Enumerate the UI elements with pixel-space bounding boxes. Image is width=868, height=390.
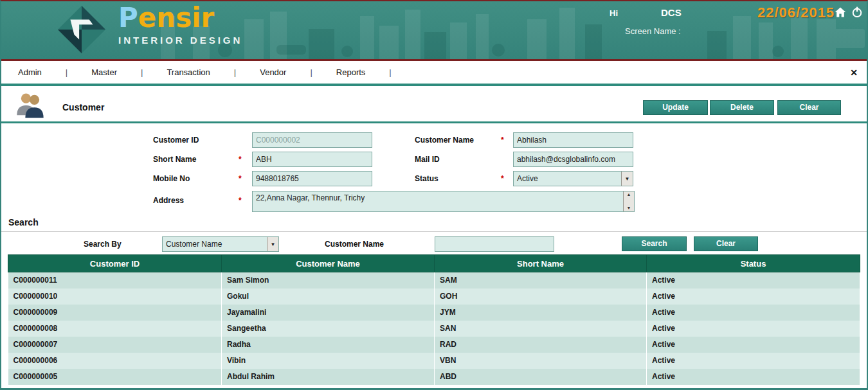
table-cell: Vibin bbox=[222, 353, 435, 369]
customer-id-input[interactable] bbox=[252, 132, 372, 148]
table-cell: RAD bbox=[435, 337, 647, 353]
table-cell: Active bbox=[647, 321, 860, 337]
nav-items: Admin|Master|Transaction|Vendor|Reports| bbox=[18, 67, 415, 77]
table-row[interactable]: C000000010GokulGOHActive bbox=[8, 288, 860, 305]
table-row[interactable]: C000000007RadhaRADActive bbox=[8, 337, 860, 353]
table-cell: VBN bbox=[435, 353, 647, 369]
table-cell: Jayamalini bbox=[222, 305, 435, 321]
required-asterisk: * bbox=[501, 136, 504, 145]
table-cell: C000000009 bbox=[8, 305, 222, 321]
nav-item-admin[interactable]: Admin bbox=[18, 67, 42, 77]
table-cell: C000000007 bbox=[8, 337, 222, 353]
table-cell: Active bbox=[647, 305, 860, 321]
customer-name-input[interactable] bbox=[513, 132, 633, 148]
short-name-input[interactable] bbox=[252, 152, 372, 167]
customer-name-label: Customer Name bbox=[415, 136, 474, 145]
status-label: Status bbox=[415, 174, 439, 183]
nav-separator: | bbox=[234, 67, 236, 77]
search-by-label: Search By bbox=[84, 240, 122, 249]
nav-item-transaction[interactable]: Transaction bbox=[167, 67, 210, 77]
nav-item-master[interactable]: Master bbox=[91, 67, 117, 77]
mobile-no-label: Mobile No bbox=[153, 174, 190, 183]
mobile-no-input[interactable] bbox=[252, 171, 372, 186]
chevron-down-icon[interactable]: ▼ bbox=[621, 172, 633, 186]
table-row[interactable]: C000000009JayamaliniJYMActive bbox=[8, 305, 860, 321]
table-row[interactable]: C000000006VibinVBNActive bbox=[8, 353, 860, 369]
required-asterisk: * bbox=[501, 174, 504, 183]
required-asterisk: * bbox=[239, 196, 242, 205]
table-cell: Active bbox=[647, 369, 860, 385]
chevron-down-icon[interactable]: ▼ bbox=[267, 237, 278, 251]
app-header: Pensir INTERIOR DESIGN Hi DCS Screen Nam… bbox=[0, 0, 868, 59]
page-title: Customer bbox=[62, 102, 104, 112]
table-cell: C000000006 bbox=[8, 353, 222, 369]
table-row[interactable]: C000000005Abdul RahimABDActive bbox=[8, 369, 860, 385]
results-table: Customer IDCustomer NameShort NameStatus… bbox=[8, 254, 860, 385]
short-name-label: Short Name bbox=[153, 155, 196, 164]
table-cell: SAM bbox=[435, 272, 647, 288]
address-value: 22,Anna Nagar, Thennur, Trichy bbox=[256, 193, 365, 202]
search-field-label: Customer Name bbox=[325, 240, 384, 249]
required-asterisk: * bbox=[239, 174, 242, 183]
table-row[interactable]: C000000011Sam SimonSAMActive bbox=[8, 272, 860, 288]
nav-separator: | bbox=[389, 67, 391, 77]
table-cell: Sam Simon bbox=[222, 272, 435, 288]
power-icon[interactable] bbox=[851, 6, 863, 21]
column-header-customer-name[interactable]: Customer Name bbox=[222, 255, 435, 272]
table-cell: Active bbox=[647, 337, 860, 353]
search-divider bbox=[0, 231, 868, 232]
nav-separator: | bbox=[310, 67, 312, 77]
table-cell: Active bbox=[647, 353, 860, 369]
table-cell: C000000011 bbox=[8, 272, 222, 288]
table-row[interactable]: C000000008SangeethaSANActive bbox=[8, 321, 860, 337]
mail-id-input[interactable] bbox=[513, 152, 633, 167]
nav-separator: | bbox=[141, 67, 143, 77]
update-button[interactable]: Update bbox=[643, 100, 708, 115]
status-dropdown-value: Active bbox=[514, 174, 621, 183]
logo-tagline: INTERIOR DESIGN bbox=[118, 35, 242, 46]
table-cell: ABD bbox=[435, 369, 647, 385]
table-cell: Abdul Rahim bbox=[222, 369, 435, 385]
customer-icon bbox=[14, 91, 46, 122]
scroll-up-icon[interactable]: ▲ bbox=[624, 191, 634, 198]
delete-button[interactable]: Delete bbox=[710, 100, 774, 115]
column-header-status[interactable]: Status bbox=[647, 255, 860, 272]
customer-id-label: Customer ID bbox=[153, 136, 199, 145]
nav-separator: | bbox=[66, 67, 68, 77]
table-cell: Sangeetha bbox=[222, 321, 435, 337]
search-section-title: Search bbox=[8, 217, 39, 227]
logo-letter-p: P bbox=[118, 2, 138, 33]
column-header-customer-id[interactable]: Customer ID bbox=[8, 255, 222, 272]
table-cell: Active bbox=[647, 288, 860, 305]
table-cell: C000000008 bbox=[8, 321, 222, 337]
close-icon[interactable]: ✕ bbox=[850, 67, 858, 78]
address-textarea[interactable]: 22,Anna Nagar, Thennur, Trichy ▲ ▼ bbox=[252, 191, 635, 212]
nav-item-reports[interactable]: Reports bbox=[336, 67, 366, 77]
results-body: C000000011Sam SimonSAMActiveC000000010Go… bbox=[8, 272, 860, 385]
search-clear-button[interactable]: Clear bbox=[694, 236, 758, 251]
nav-item-vendor[interactable]: Vendor bbox=[260, 67, 286, 77]
required-asterisk: * bbox=[239, 155, 242, 164]
search-button[interactable]: Search bbox=[622, 236, 687, 251]
home-icon[interactable] bbox=[834, 6, 847, 21]
logo-word-rest: ensir bbox=[138, 2, 215, 33]
column-header-short-name[interactable]: Short Name bbox=[435, 255, 647, 272]
status-dropdown[interactable]: Active ▼ bbox=[513, 171, 633, 186]
screen-name-label: Screen Name : bbox=[625, 26, 681, 36]
results-header-row: Customer IDCustomer NameShort NameStatus bbox=[8, 255, 860, 272]
scroll-down-icon[interactable]: ▼ bbox=[624, 205, 634, 211]
search-by-dropdown[interactable]: Customer Name ▼ bbox=[162, 236, 279, 252]
table-cell: JYM bbox=[435, 305, 647, 321]
scrollbar[interactable]: ▲ ▼ bbox=[623, 191, 634, 211]
main-nav: Admin|Master|Transaction|Vendor|Reports|… bbox=[0, 59, 868, 86]
logged-in-user: DCS bbox=[661, 7, 682, 18]
table-cell: C000000005 bbox=[8, 369, 222, 385]
table-cell: SAN bbox=[435, 321, 647, 337]
search-input[interactable] bbox=[435, 236, 554, 252]
app-logo: Pensir INTERIOR DESIGN bbox=[118, 3, 242, 46]
table-cell: GOH bbox=[435, 288, 647, 305]
table-cell: Active bbox=[647, 272, 860, 288]
section-divider bbox=[0, 121, 868, 123]
clear-button[interactable]: Clear bbox=[777, 100, 841, 115]
current-date: 22/06/2015 bbox=[757, 4, 835, 21]
